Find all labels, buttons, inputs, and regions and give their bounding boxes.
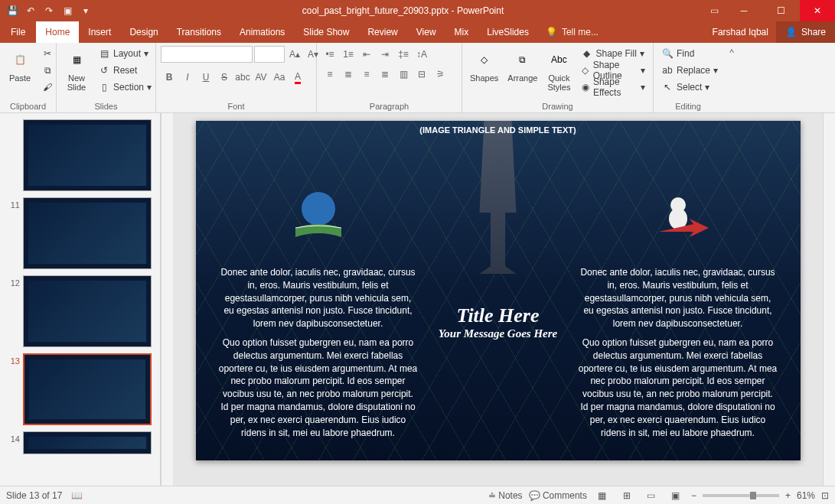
- save-icon[interactable]: 💾: [6, 5, 18, 17]
- home-tab[interactable]: Home: [36, 21, 79, 43]
- shapes-button[interactable]: ◇Shapes: [467, 46, 501, 84]
- select-button[interactable]: ↖Select▾: [658, 80, 721, 95]
- font-size-select[interactable]: [254, 46, 285, 63]
- chevron-down-icon: ▾: [641, 82, 645, 93]
- maximize-button[interactable]: ☐: [763, 0, 798, 21]
- globe-book-icon: [284, 190, 353, 243]
- slide-thumbnail-11[interactable]: [23, 197, 152, 269]
- insert-tab[interactable]: Insert: [79, 21, 120, 43]
- slide-thumbnail-13-selected[interactable]: [23, 353, 152, 425]
- font-family-select[interactable]: [161, 46, 253, 63]
- window-title: cool_past_bright_future_20903.pptx - Pow…: [98, 5, 708, 16]
- indent-dec-button[interactable]: ⇤: [358, 46, 375, 63]
- redo-icon[interactable]: ↷: [43, 5, 55, 17]
- zoom-slider[interactable]: [703, 494, 779, 497]
- text-direction-button[interactable]: ↕A: [413, 46, 430, 63]
- change-case-button[interactable]: Aa: [271, 69, 288, 86]
- shape-fill-button[interactable]: ◆Shape Fill▾: [577, 46, 648, 61]
- thumbnail-item[interactable]: 12: [0, 272, 160, 350]
- slide-counter[interactable]: Slide 13 of 17: [6, 490, 62, 501]
- arrange-button[interactable]: ⧉Arrange: [504, 46, 540, 84]
- italic-button[interactable]: I: [179, 69, 196, 86]
- slide-thumbnail-12[interactable]: [23, 275, 152, 347]
- bold-button[interactable]: B: [161, 69, 178, 86]
- zoom-in-button[interactable]: +: [785, 490, 791, 501]
- animations-tab[interactable]: Animations: [230, 21, 294, 43]
- replace-button[interactable]: abReplace▾: [658, 63, 721, 78]
- transitions-tab[interactable]: Transitions: [168, 21, 230, 43]
- canvas-viewport[interactable]: (IMAGE TRIANGLE AND SIMPLE TEXT) Donec a…: [173, 113, 823, 486]
- spell-check-icon[interactable]: 📖: [71, 490, 83, 501]
- underline-button[interactable]: U: [197, 69, 214, 86]
- qat-more-icon[interactable]: ▾: [80, 5, 92, 17]
- collapse-ribbon-button[interactable]: ^: [722, 43, 741, 112]
- shape-effects-button[interactable]: ◉Shape Effects▾: [577, 80, 648, 95]
- file-tab[interactable]: File: [0, 21, 36, 43]
- grow-font-button[interactable]: A▴: [286, 46, 303, 63]
- sorter-view-button[interactable]: ⊞: [618, 488, 636, 503]
- reading-view-button[interactable]: ▭: [642, 488, 660, 503]
- comments-button[interactable]: 💬 Comments: [529, 490, 587, 501]
- slide-thumbnail[interactable]: [23, 119, 152, 191]
- char-spacing-button[interactable]: AV: [253, 69, 269, 86]
- slideshow-tab[interactable]: Slide Show: [294, 21, 358, 43]
- numbering-button[interactable]: 1≡: [340, 46, 357, 63]
- vertical-scrollbar[interactable]: [823, 113, 835, 486]
- slide-thumbnail-14[interactable]: [23, 431, 152, 454]
- font-color-button[interactable]: A: [289, 69, 306, 86]
- smartart-button[interactable]: ⚞: [432, 66, 448, 83]
- close-button[interactable]: ✕: [800, 0, 835, 21]
- reset-button[interactable]: ↺Reset: [95, 63, 155, 78]
- paste-button[interactable]: 📋Paste: [5, 46, 35, 84]
- view-tab[interactable]: View: [407, 21, 445, 43]
- normal-view-button[interactable]: ▦: [593, 488, 612, 503]
- review-tab[interactable]: Review: [358, 21, 406, 43]
- slideshow-view-button[interactable]: ▣: [667, 488, 685, 503]
- cut-button[interactable]: ✂: [38, 46, 57, 61]
- chevron-down-icon: ▾: [144, 48, 148, 59]
- minimize-button[interactable]: ─: [726, 0, 762, 21]
- align-right-button[interactable]: ≡: [358, 66, 375, 83]
- strikethrough-button[interactable]: S: [216, 69, 233, 86]
- section-button[interactable]: ▯Section▾: [95, 80, 155, 95]
- find-button[interactable]: 🔍Find: [658, 46, 721, 61]
- align-left-button[interactable]: ≡: [321, 66, 338, 83]
- fit-window-button[interactable]: ⊡: [821, 490, 829, 501]
- share-button[interactable]: 👤Share: [776, 21, 835, 43]
- quick-styles-button[interactable]: AbcQuick Styles: [543, 46, 574, 93]
- justify-button[interactable]: ≣: [377, 66, 393, 83]
- zoom-out-button[interactable]: −: [691, 490, 696, 501]
- liveslides-tab[interactable]: LiveSlides: [478, 21, 538, 43]
- thumbnail-item[interactable]: 13: [0, 350, 160, 428]
- indent-inc-button[interactable]: ⇥: [377, 46, 393, 63]
- thumbnail-item[interactable]: 14: [0, 428, 160, 457]
- thumbnail-scrollbar[interactable]: [161, 113, 173, 486]
- shadow-button[interactable]: abc: [234, 69, 251, 86]
- copy-button[interactable]: ⧉: [38, 63, 57, 78]
- align-text-button[interactable]: ⊟: [413, 66, 430, 83]
- thumbnail-item[interactable]: [0, 116, 160, 194]
- thumbnail-item[interactable]: 11: [0, 194, 160, 272]
- zoom-level[interactable]: 61%: [797, 490, 815, 501]
- slide-content[interactable]: (IMAGE TRIANGLE AND SIMPLE TEXT) Donec a…: [196, 121, 801, 460]
- window-controls: ─ ☐ ✕: [726, 0, 835, 21]
- line-spacing-button[interactable]: ‡≡: [395, 46, 412, 63]
- tell-me-search[interactable]: 💡Tell me...: [538, 27, 606, 37]
- layout-button[interactable]: ▤Layout▾: [95, 46, 155, 61]
- bullets-button[interactable]: •≡: [321, 46, 338, 63]
- new-slide-button[interactable]: ▦New Slide: [61, 46, 92, 93]
- design-tab[interactable]: Design: [120, 21, 167, 43]
- notes-button[interactable]: ≐ Notes: [488, 490, 523, 501]
- ribbon-options-icon[interactable]: ▭: [708, 5, 720, 17]
- columns-button[interactable]: ▥: [395, 66, 412, 83]
- shape-outline-button[interactable]: ◇Shape Outline▾: [577, 63, 648, 78]
- chevron-down-icon: ▾: [147, 82, 152, 93]
- slide-thumbnails-panel[interactable]: 11 12 13 14: [0, 113, 161, 486]
- format-painter-button[interactable]: 🖌: [38, 80, 57, 95]
- align-center-button[interactable]: ≣: [340, 66, 357, 83]
- bulb-icon: 💡: [546, 27, 557, 37]
- undo-icon[interactable]: ↶: [24, 5, 37, 17]
- start-show-icon[interactable]: ▣: [61, 5, 73, 17]
- user-name[interactable]: Farshad Iqbal: [705, 27, 776, 37]
- mix-tab[interactable]: Mix: [445, 21, 478, 43]
